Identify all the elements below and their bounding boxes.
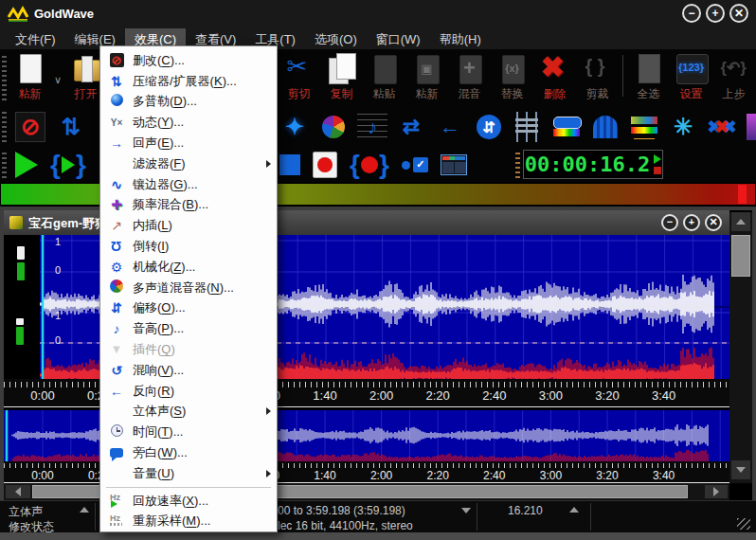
resize-grip[interactable] bbox=[737, 518, 750, 530]
record-selection-button[interactable]: { } bbox=[350, 153, 389, 177]
spark-icon[interactable]: ✳ bbox=[668, 112, 698, 142]
effects-menu-item-23[interactable]: 回放速率(X)... bbox=[100, 491, 277, 512]
doc-minimize-button[interactable]: − bbox=[661, 214, 678, 231]
toolbar-button-copy[interactable]: 复制 bbox=[320, 51, 363, 104]
toolbar-button-label: 全选 bbox=[638, 88, 660, 100]
effects-menu-item-2[interactable]: ⇅压缩器/扩展器(K)... bbox=[100, 71, 277, 92]
scroll-left-button[interactable] bbox=[6, 485, 30, 498]
toolbar-button-mix[interactable]: 混音 bbox=[448, 51, 491, 104]
menu-separator bbox=[106, 487, 271, 488]
toolbar-button-label: 替换 bbox=[501, 88, 524, 100]
effects-menu-item-24[interactable]: 重新采样(M)... bbox=[100, 512, 277, 532]
toolbar-button-delete[interactable]: 删除 bbox=[533, 51, 576, 104]
window-bottom-edge bbox=[0, 532, 756, 540]
effects-menu-item-18[interactable]: 立体声(S) bbox=[100, 402, 277, 423]
toolbar-grip[interactable] bbox=[515, 152, 520, 178]
toolbar-button-paste-new[interactable]: 粘新 bbox=[405, 51, 448, 104]
stop-button[interactable] bbox=[279, 154, 300, 175]
reverse-arrow-icon[interactable]: ← bbox=[435, 112, 465, 142]
chevron-up-icon bbox=[736, 219, 746, 225]
effects-menu-item-12[interactable]: 多声道混音器(N)... bbox=[100, 278, 277, 298]
menubar-item-8[interactable]: 帮助(H) bbox=[430, 28, 491, 49]
effects-menu-item-20[interactable]: 旁白(W)... bbox=[100, 442, 277, 463]
scroll-up-button[interactable] bbox=[731, 212, 750, 231]
control-window-button[interactable] bbox=[441, 154, 467, 175]
effects-menu-item-21[interactable]: 音量(U) bbox=[100, 463, 277, 484]
channel-mixer-icon[interactable] bbox=[322, 116, 345, 138]
effects-menu-item-1[interactable]: ⊘删改(C)... bbox=[100, 50, 277, 71]
toolbar-button-label: 复制 bbox=[331, 88, 353, 100]
effects-menu-item-19[interactable]: 时间(T)... bbox=[100, 422, 277, 442]
timeline-label: 1:40 bbox=[308, 469, 342, 482]
effects-menu-item-9[interactable]: ↗内插(L) bbox=[100, 215, 277, 236]
channel-2-indicator bbox=[16, 318, 24, 325]
record-button[interactable] bbox=[313, 152, 337, 178]
vertical-scrollbar[interactable] bbox=[729, 212, 752, 483]
statusbar-divider bbox=[477, 503, 477, 531]
channel-mode-toggle-icon[interactable] bbox=[80, 507, 89, 513]
paste-icon bbox=[369, 52, 401, 86]
effects-menu-item-6[interactable]: 滤波器(F) bbox=[100, 153, 277, 174]
effects-menu-item-15[interactable]: ▼插件(Q) bbox=[100, 339, 277, 360]
spectrum-eq-icon[interactable] bbox=[629, 112, 659, 142]
effects-menu-item-17[interactable]: ←反向(R) bbox=[100, 381, 277, 402]
no-change-icon[interactable]: ⊘ bbox=[15, 112, 45, 142]
toolbar-button-trim[interactable]: 剪裁 bbox=[576, 51, 619, 104]
invert-icon: Ω bbox=[111, 239, 121, 254]
vertical-scroll-thumb[interactable] bbox=[731, 235, 750, 277]
toolbar-grip[interactable] bbox=[2, 112, 7, 142]
effects-menu-item-16[interactable]: ↺混响(V)... bbox=[100, 360, 277, 381]
x-blue-icon[interactable]: ✖ bbox=[707, 112, 737, 142]
doc-close-button[interactable]: ✕ bbox=[705, 214, 722, 231]
effects-menu-item-8[interactable]: ✚频率混合(B)... bbox=[100, 195, 277, 216]
swap-icon[interactable]: ⇄ bbox=[396, 112, 426, 142]
toolbar-button-select-all[interactable]: 全选 bbox=[627, 51, 670, 104]
app-minimize-button[interactable]: − bbox=[682, 4, 701, 23]
flanger-icon: ∿ bbox=[111, 177, 122, 192]
app-close-button[interactable]: ✕ bbox=[729, 4, 748, 23]
compressor-icon[interactable]: ⇅ bbox=[54, 112, 84, 142]
channel-mode-label: 立体声 bbox=[9, 504, 43, 520]
effects-menu-item-4[interactable]: Y×动态(Y)... bbox=[100, 112, 277, 133]
toolbar-button-cut[interactable]: 剪切 bbox=[278, 51, 320, 104]
pitch-graph-icon[interactable]: ♪ bbox=[357, 112, 387, 142]
offset-circle-icon[interactable]: ⇵ bbox=[477, 115, 501, 139]
effects-menu-item-14[interactable]: ♪音高(P)... bbox=[100, 318, 277, 339]
menubar-item-6[interactable]: 选项(O) bbox=[305, 28, 367, 49]
effects-menu-item-11[interactable]: ⚙机械化(Z)... bbox=[100, 257, 277, 278]
marker-toggle-icon[interactable] bbox=[569, 507, 579, 513]
toolbar-button-replace[interactable]: 替换 bbox=[491, 51, 533, 104]
spectrum-pill-icon[interactable] bbox=[551, 112, 582, 142]
toolbar-button-paste[interactable]: 粘贴 bbox=[363, 51, 405, 104]
effects-menu-item-3[interactable]: 多普勒(D)... bbox=[100, 92, 277, 113]
dynamics-icon: Y× bbox=[111, 116, 123, 131]
clipped-toolbar-icon[interactable] bbox=[747, 114, 756, 140]
doc-maximize-button[interactable]: + bbox=[683, 214, 700, 231]
menubar-item-7[interactable]: 窗口(W) bbox=[367, 28, 430, 49]
effects-menu-item-10[interactable]: Ω倒转(I) bbox=[100, 236, 277, 257]
scroll-right-button[interactable] bbox=[705, 485, 728, 498]
doppler-star-icon[interactable]: ✦ bbox=[279, 112, 310, 142]
toolbar-grip[interactable] bbox=[2, 55, 7, 100]
toolbar-button-undo-step[interactable]: 上步 bbox=[712, 51, 755, 104]
menubar-item-1[interactable]: 文件(F) bbox=[6, 28, 65, 49]
lcd-time: 00:00:16.2 bbox=[525, 153, 650, 176]
app-maximize-button[interactable]: + bbox=[706, 4, 725, 23]
trim-icon bbox=[582, 52, 614, 86]
effects-menu-item-13[interactable]: ⇵偏移(O)... bbox=[100, 298, 277, 319]
equalizer-icon[interactable] bbox=[513, 112, 543, 142]
scroll-down-button[interactable] bbox=[731, 460, 750, 479]
gate-icon[interactable] bbox=[590, 112, 621, 142]
effects-menu-item-7[interactable]: ∿镶边器(G)... bbox=[100, 174, 277, 195]
app-titlebar[interactable]: GoldWave − + ✕ bbox=[0, 0, 756, 28]
monitor-toggle[interactable]: ✓ bbox=[402, 157, 428, 172]
selection-dropdown-icon[interactable] bbox=[461, 508, 471, 513]
toolbar-grip[interactable] bbox=[2, 152, 7, 178]
new-file-dropdown-icon[interactable]: ∨ bbox=[51, 74, 64, 86]
play-button[interactable] bbox=[15, 152, 38, 178]
toolbar-button-new-file[interactable]: 粘新 bbox=[9, 51, 51, 104]
effects-menu-item-5[interactable]: →回声(E)... bbox=[100, 133, 277, 153]
menu-item-label: 回放速率(X)... bbox=[133, 493, 208, 510]
play-selection-button[interactable]: { } bbox=[50, 153, 86, 177]
toolbar-button-settings[interactable]: 设置 bbox=[670, 51, 712, 104]
